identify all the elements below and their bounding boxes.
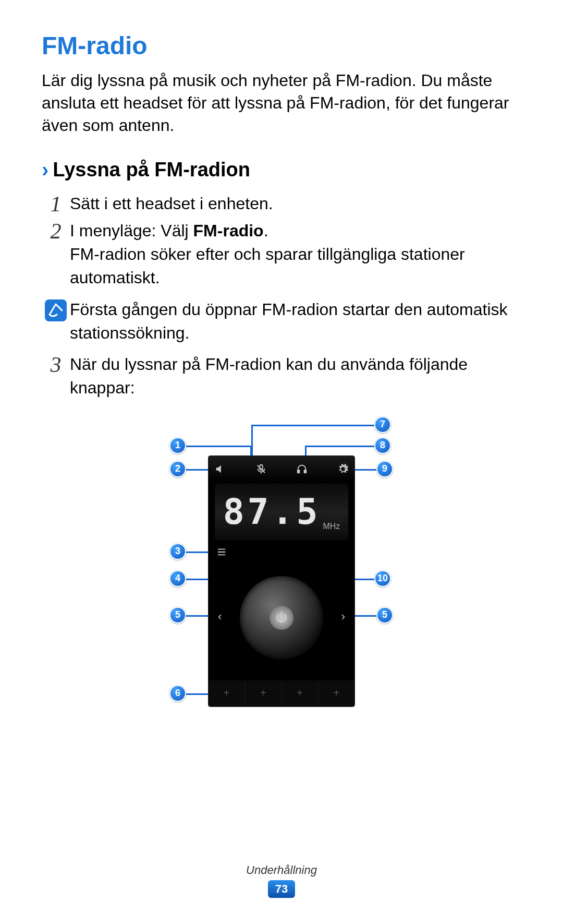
volume-icon [214,463,226,475]
callout-10: 10 [374,570,391,587]
callout-4: 4 [169,570,186,587]
step-number: 2 [42,218,70,242]
step-3: 3 När du lyssnar på FM-radion kan du anv… [42,352,521,400]
step-lead: I menyläge: Välj [70,221,193,240]
step-bold: FM-radio [193,221,264,240]
callout-3: 3 [169,543,186,560]
preset-slot: + [245,680,282,706]
step-sub: FM-radion söker efter och sparar tillgän… [70,243,521,290]
list-icon [216,547,227,559]
intro-paragraph: Lär dig lyssna på musik och nyheter på F… [42,69,521,137]
page-footer: Underhållning 73 [0,863,563,898]
svg-rect-0 [45,299,67,321]
fm-radio-figure: 87.5 MHz ‹ ⏻ › + + + + 1 2 3 4 [130,414,433,821]
callout-8: 8 [374,437,391,454]
subheading-row: › Lyssna på FM-radion [42,158,521,182]
step-text: I menyläge: Välj FM-radio. FM-radion sök… [70,218,521,289]
seek-left-icon: ‹ [218,610,222,623]
frequency-unit: MHz [323,522,340,531]
frequency-value: 87.5 [223,491,321,532]
headphones-icon [296,463,308,475]
dial-area: ‹ ⏻ › [209,571,354,675]
footer-section: Underhållning [0,863,563,877]
tuning-dial: ⏻ [240,576,323,659]
radio-screen: 87.5 MHz ‹ ⏻ › + + + + [209,456,354,706]
frequency-display: 87.5 MHz [215,483,348,541]
seek-right-icon: › [341,610,345,623]
callout-1: 1 [169,437,186,454]
preset-bar: + + + + [209,680,354,706]
page-number: 73 [268,880,295,898]
preset-slot: + [209,680,245,706]
callout-2: 2 [169,461,186,477]
manual-page: FM-radio Lär dig lyssna på musik och nyh… [0,0,563,924]
callout-6: 6 [169,685,186,702]
gear-icon [337,463,349,475]
callout-5: 5 [376,607,393,623]
step-tail: . [264,221,268,240]
radio-toolbar [209,456,354,482]
preset-slot: + [319,680,354,706]
preset-slot: + [282,680,319,706]
chevron-icon: › [42,158,48,182]
callout-5: 5 [169,607,186,623]
page-title: FM-radio [42,31,521,60]
callout-9: 9 [376,461,393,477]
step-text: Sätt i ett headset i enheten. [70,191,273,215]
callout-line [185,446,250,447]
callout-line [251,425,375,426]
step-2: 2 I menyläge: Välj FM-radio. FM-radion s… [42,218,521,289]
note-row: Första gången du öppnar FM-radion starta… [42,298,521,345]
note-icon [42,298,70,322]
callout-7: 7 [374,416,391,433]
step-text: När du lyssnar på FM-radion kan du använ… [70,352,521,400]
step-number: 3 [42,352,70,376]
step-number: 1 [42,191,70,215]
subheading: Lyssna på FM-radion [53,159,250,181]
mute-mic-icon [255,463,267,475]
power-icon: ⏻ [270,606,293,630]
note-text: Första gången du öppnar FM-radion starta… [70,298,521,345]
step-1: 1 Sätt i ett headset i enheten. [42,191,521,215]
svg-rect-2 [298,470,300,473]
callout-line [305,446,375,447]
svg-rect-3 [304,470,307,473]
